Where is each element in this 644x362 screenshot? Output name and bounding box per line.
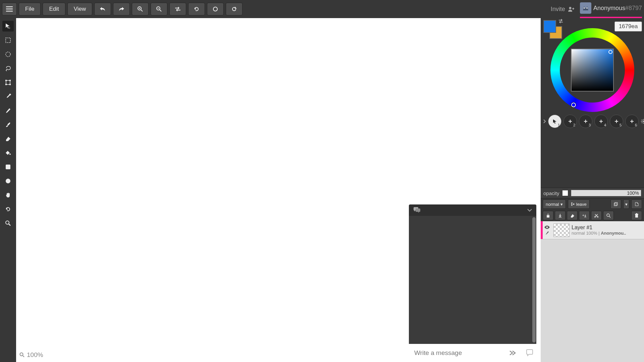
new-layer-button[interactable] [631, 199, 642, 209]
layer-thumbnail [553, 224, 570, 237]
magnifier-icon [19, 352, 25, 358]
svg-point-64 [546, 226, 548, 228]
layer-name-label: Layer #1 [572, 225, 642, 231]
hamburger-menu-button[interactable] [2, 3, 17, 15]
chat-input[interactable] [414, 349, 503, 357]
ellipse-select-tool[interactable] [2, 49, 14, 60]
reset-button[interactable] [188, 3, 205, 15]
file-menu-button[interactable]: File [19, 3, 41, 15]
layer-item[interactable]: Layer #1 normal 100% | Anonymou.. [541, 221, 644, 239]
rect-select-tool[interactable] [2, 35, 14, 46]
layer-lock-button[interactable] [543, 211, 553, 220]
layer-search-button[interactable] [603, 211, 614, 220]
tool-preset-4[interactable]: 4 [594, 115, 608, 128]
svg-point-27 [6, 179, 10, 183]
tool-preset-6[interactable]: 6 [625, 115, 639, 128]
hand-tool[interactable] [2, 190, 14, 200]
view-menu-button[interactable]: View [67, 3, 93, 15]
eraser-tool[interactable] [2, 133, 14, 144]
svg-rect-22 [5, 84, 7, 85]
layer-meta-label: normal 100% | Anonymou.. [572, 231, 642, 236]
edit-menu-button[interactable]: Edit [43, 3, 65, 15]
invite-button[interactable]: Invite [551, 6, 575, 13]
username-label: Anonymous#8797 [593, 5, 642, 12]
svg-rect-17 [6, 38, 10, 43]
sv-handle[interactable] [608, 50, 612, 54]
chevron-down-icon[interactable] [527, 208, 532, 212]
layer-controls-row-2: + [541, 210, 644, 221]
rect-shape-tool[interactable] [2, 162, 14, 172]
tool-preset-3[interactable]: 3 [579, 115, 592, 128]
redo-button[interactable] [113, 3, 130, 15]
svg-point-25 [9, 154, 11, 155]
tool-preset-5[interactable]: 5 [610, 115, 623, 128]
chat-send-button[interactable] [506, 346, 520, 360]
svg-rect-23 [9, 84, 11, 85]
chat-message-list [409, 216, 536, 344]
flip-button[interactable] [169, 3, 186, 15]
layer-dropdown-button[interactable]: ▾ [623, 199, 629, 209]
brush-tool[interactable] [2, 119, 14, 130]
tool-preset-2[interactable]: 2 [564, 115, 577, 128]
layer-delete-button[interactable] [631, 211, 642, 220]
chat-scrollbar[interactable] [532, 217, 536, 343]
chat-input-row [409, 344, 536, 362]
user-block[interactable]: Anonymous#8797 [580, 0, 642, 18]
svg-point-42 [643, 121, 644, 122]
pencil-tool[interactable] [2, 105, 14, 116]
svg-line-60 [609, 216, 610, 218]
zoom-out-button[interactable] [151, 3, 167, 15]
foreground-color-swatch[interactable] [543, 20, 556, 33]
hue-handle[interactable] [571, 103, 576, 107]
svg-text:+: + [582, 214, 584, 217]
fill-tool[interactable] [2, 147, 14, 158]
rotate-tool[interactable] [2, 204, 14, 215]
user-plus-icon [568, 6, 575, 12]
svg-point-18 [6, 52, 10, 57]
leave-button[interactable]: leave [568, 199, 590, 209]
blend-mode-dropdown[interactable]: normal ▾ [543, 199, 566, 209]
svg-point-59 [607, 214, 609, 217]
undo-button[interactable] [94, 3, 111, 15]
opacity-toggle[interactable] [562, 190, 568, 196]
svg-rect-0 [6, 6, 13, 7]
left-toolbar: + [0, 18, 16, 362]
chat-icon [413, 207, 420, 213]
swap-colors-button[interactable] [558, 19, 564, 23]
layers-list: Layer #1 normal 100% | Anonymou.. [541, 221, 644, 362]
zoom-indicator[interactable]: 100% [19, 351, 43, 359]
svg-rect-20 [5, 80, 7, 81]
layer-edit-icon[interactable] [545, 231, 549, 235]
svg-line-49 [642, 122, 642, 123]
layer-down-button[interactable] [555, 211, 566, 220]
zoom-in-button[interactable] [132, 3, 149, 15]
color-wheel[interactable] [550, 28, 634, 112]
svg-point-24 [9, 94, 11, 96]
rotate-cw-button[interactable] [226, 3, 243, 15]
chat-bubble-toggle[interactable] [523, 346, 536, 360]
lasso-tool[interactable] [2, 63, 14, 74]
rotate-ccw-button[interactable] [207, 3, 224, 15]
opacity-slider[interactable]: 100% [571, 190, 641, 196]
presets-settings-button[interactable] [641, 119, 644, 124]
eyedropper-tool[interactable] [2, 91, 14, 102]
transform-tool[interactable] [2, 77, 14, 88]
layer-clear-button[interactable] [567, 211, 578, 220]
tool-preset-1[interactable]: 1 [548, 115, 561, 128]
svg-rect-26 [6, 165, 10, 169]
ellipse-shape-tool[interactable] [2, 176, 14, 186]
move-tool[interactable]: + [2, 21, 14, 32]
chat-header [409, 204, 536, 216]
svg-point-11 [569, 7, 571, 9]
presets-expand-button[interactable] [543, 119, 546, 124]
svg-text:+: + [9, 26, 10, 29]
layer-cut-button[interactable] [591, 211, 602, 220]
zoom-tool[interactable] [2, 218, 14, 229]
saturation-value-box[interactable] [571, 49, 614, 92]
layer-merge-down-button[interactable]: + [579, 211, 590, 220]
svg-rect-51 [614, 203, 617, 206]
invite-label: Invite [551, 6, 565, 13]
svg-point-15 [586, 7, 588, 9]
layer-duplicate-button[interactable] [610, 199, 621, 209]
layer-visibility-icon[interactable] [544, 225, 550, 229]
